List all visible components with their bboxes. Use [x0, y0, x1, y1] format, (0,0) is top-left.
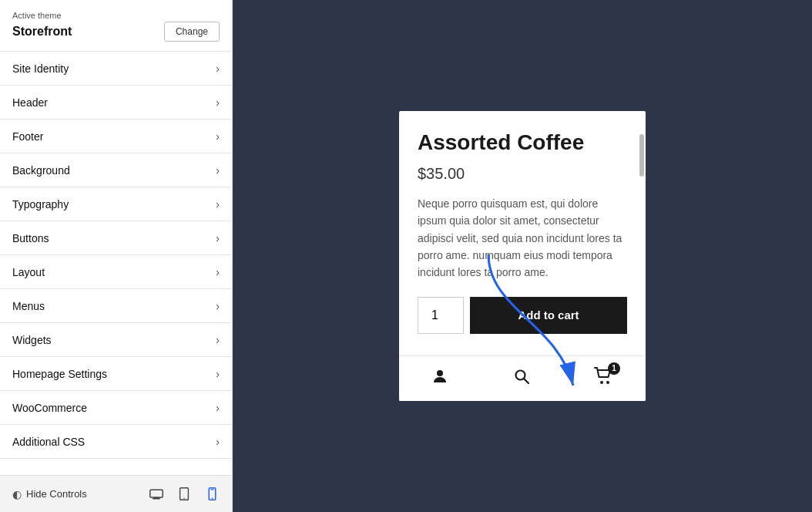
svg-point-9 [437, 370, 443, 376]
chevron-right-icon: › [216, 130, 220, 143]
sidebar-item-site-identity[interactable]: Site Identity› [0, 52, 232, 86]
chevron-right-icon: › [216, 266, 220, 278]
chevron-right-icon: › [216, 402, 220, 414]
sidebar-item-woocommerce-label: WooCommerce [12, 402, 87, 414]
chevron-right-icon: › [216, 96, 220, 109]
sidebar-item-widgets[interactable]: Widgets› [0, 323, 232, 357]
sidebar-item-menus[interactable]: Menus› [0, 289, 232, 323]
sidebar-item-homepage-settings-label: Homepage Settings [12, 368, 107, 380]
main-area: Assorted Coffee $35.00 Neque porro quisq… [233, 0, 812, 512]
sidebar-item-background-label: Background [12, 164, 70, 177]
chevron-right-icon: › [216, 232, 220, 244]
sidebar-item-woocommerce[interactable]: WooCommerce› [0, 391, 232, 425]
hide-controls-label: Hide Controls [26, 488, 87, 500]
add-to-cart-row: Add to cart [418, 297, 627, 334]
sidebar-item-additional-css[interactable]: Additional CSS› [0, 425, 232, 459]
chevron-right-icon: › [216, 368, 220, 380]
sidebar-item-typography-label: Typography [12, 198, 69, 211]
product-price: $35.00 [418, 165, 627, 183]
sidebar-item-footer-label: Footer [12, 130, 43, 143]
quantity-input[interactable] [418, 297, 464, 334]
card-icon-bar: 1 [399, 355, 646, 401]
product-card: Assorted Coffee $35.00 Neque porro quisq… [399, 111, 646, 401]
scrollbar[interactable] [639, 134, 644, 177]
product-title: Assorted Coffee [418, 130, 627, 156]
chevron-right-icon: › [216, 334, 220, 346]
sidebar-item-footer[interactable]: Footer› [0, 120, 232, 153]
mobile-view-button[interactable] [198, 480, 226, 508]
svg-point-12 [600, 381, 603, 384]
sidebar-item-site-identity-label: Site Identity [12, 62, 69, 75]
sidebar-item-widgets-label: Widgets [12, 334, 52, 346]
sidebar-item-menus-label: Menus [12, 300, 45, 312]
cart-badge: 1 [608, 362, 620, 375]
svg-rect-0 [150, 490, 163, 497]
active-theme-label: Active theme [12, 11, 220, 20]
sidebar-item-homepage-settings[interactable]: Homepage Settings› [0, 357, 232, 391]
tablet-view-button[interactable] [170, 480, 198, 508]
sidebar-item-buttons[interactable]: Buttons› [0, 221, 232, 255]
sidebar-footer: ◐ Hide Controls [0, 475, 232, 512]
chevron-right-icon: › [216, 300, 220, 312]
chevron-right-icon: › [216, 436, 220, 448]
svg-line-11 [525, 379, 529, 383]
eye-icon: ◐ [12, 488, 22, 500]
sidebar-item-header[interactable]: Header› [0, 86, 232, 120]
chevron-right-icon: › [216, 62, 220, 75]
sidebar-item-layout-label: Layout [12, 266, 45, 278]
product-description: Neque porro quisquam est, qui dolore ips… [418, 195, 627, 281]
sidebar-item-buttons-label: Buttons [12, 232, 49, 244]
sidebar-item-background[interactable]: Background› [0, 153, 232, 187]
desktop-view-button[interactable] [143, 480, 170, 508]
sidebar-item-typography[interactable]: Typography› [0, 187, 232, 221]
hide-controls-button[interactable]: ◐ Hide Controls [6, 488, 143, 500]
svg-point-13 [606, 381, 609, 384]
svg-point-6 [211, 497, 213, 499]
search-icon[interactable] [512, 367, 531, 390]
product-content: Assorted Coffee $35.00 Neque porro quisq… [399, 111, 646, 355]
cart-icon[interactable]: 1 [594, 367, 614, 390]
svg-point-10 [516, 370, 525, 379]
nav-list: Site Identity›Header›Footer›Background›T… [0, 52, 232, 475]
change-button[interactable]: Change [164, 22, 220, 42]
sidebar-item-header-label: Header [12, 96, 48, 109]
account-icon[interactable] [431, 367, 449, 390]
chevron-right-icon: › [216, 164, 220, 177]
svg-point-4 [183, 498, 185, 500]
add-to-cart-button[interactable]: Add to cart [470, 297, 627, 334]
sidebar: Active theme Storefront Change Site Iden… [0, 0, 233, 512]
sidebar-item-additional-css-label: Additional CSS [12, 436, 85, 448]
sidebar-item-layout[interactable]: Layout› [0, 255, 232, 289]
sidebar-header: Active theme Storefront Change [0, 0, 232, 52]
theme-name: Storefront [12, 25, 72, 39]
chevron-right-icon: › [216, 198, 220, 211]
